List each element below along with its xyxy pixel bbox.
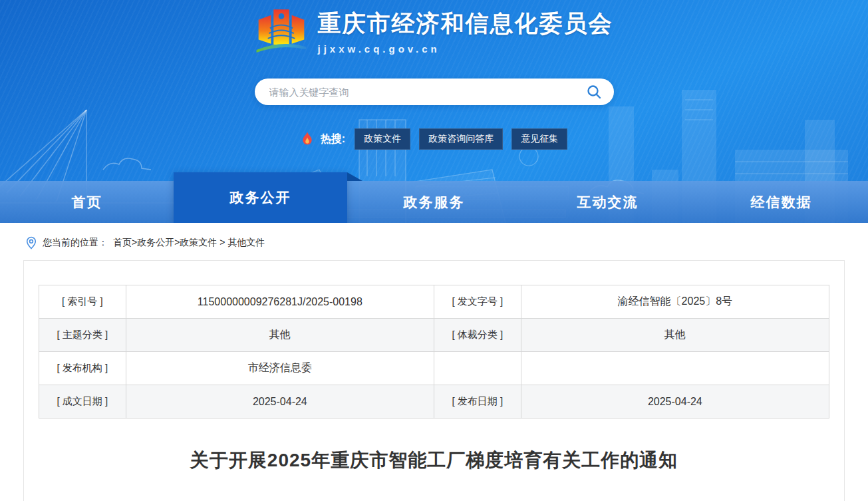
meta-label-index-number: [ 索引号 ]: [39, 285, 126, 319]
breadcrumb: 您当前的位置： 首页>政务公开>政策文件 > 其他文件: [25, 236, 868, 250]
table-row: [ 发布机构 ] 市经济信息委: [39, 352, 829, 385]
table-row: [ 索引号 ] 11500000009276281J/2025-00198 [ …: [39, 285, 829, 319]
nav-tab-interaction[interactable]: 互动交流: [521, 181, 694, 223]
site-url: jjxxw.cq.gov.cn: [318, 43, 613, 55]
search-button[interactable]: [585, 83, 603, 101]
meta-label-genre-category: [ 体裁分类 ]: [434, 319, 521, 352]
meta-label-written-date: [ 成文日期 ]: [39, 385, 126, 418]
table-row: [ 成文日期 ] 2025-04-24 [ 发布日期 ] 2025-04-24: [39, 385, 829, 418]
meta-value-subject-category: 其他: [126, 319, 434, 352]
site-logo-icon: [255, 7, 307, 56]
meta-label-publish-date: [ 发布日期 ]: [434, 385, 521, 418]
document-title: 关于开展2025年重庆市智能工厂梯度培育有关工作的通知: [39, 448, 829, 473]
meta-value-empty: [521, 352, 829, 385]
site-brand[interactable]: 重庆市经济和信息化委员会 jjxxw.cq.gov.cn: [0, 7, 868, 56]
nav-tab-label: 经信数据: [751, 193, 812, 212]
site-banner: 重庆市经济和信息化委员会 jjxxw.cq.gov.cn 热搜: 政策文件 政策…: [0, 0, 868, 223]
search-input[interactable]: [268, 86, 585, 98]
meta-label-empty: [434, 352, 521, 385]
document-meta-table: [ 索引号 ] 11500000009276281J/2025-00198 [ …: [39, 285, 829, 418]
hot-tag-policy-files[interactable]: 政策文件: [355, 128, 410, 150]
meta-label-subject-category: [ 主题分类 ]: [39, 319, 126, 352]
nav-tab-economic-data[interactable]: 经信数据: [694, 181, 868, 223]
hot-tag-opinions[interactable]: 意见征集: [511, 128, 567, 150]
breadcrumb-prefix: 您当前的位置：: [43, 237, 108, 249]
hot-tag-policy-qa[interactable]: 政策咨询问答库: [419, 128, 503, 150]
nav-tab-government-info[interactable]: 政务公开: [174, 172, 347, 223]
meta-value-index-number: 11500000009276281J/2025-00198: [126, 285, 434, 319]
meta-label-issuing-agency: [ 发布机构 ]: [39, 352, 126, 385]
nav-tab-government-services[interactable]: 政务服务: [347, 181, 521, 223]
flame-icon: [301, 131, 314, 147]
site-title: 重庆市经济和信息化委员会: [318, 8, 613, 39]
breadcrumb-path[interactable]: 首页>政务公开>政策文件 > 其他文件: [113, 237, 265, 249]
hot-search-label: 热搜:: [321, 132, 345, 146]
active-tab-fold: [347, 172, 362, 181]
location-pin-icon: [25, 236, 37, 250]
hot-search-row: 热搜: 政策文件 政策咨询问答库 意见征集: [248, 128, 621, 150]
nav-tab-label: 政务公开: [230, 188, 291, 207]
nav-tab-home[interactable]: 首页: [0, 181, 174, 223]
nav-tab-label: 政务服务: [404, 193, 465, 212]
search-icon: [586, 84, 602, 100]
meta-label-doc-number: [ 发文字号 ]: [434, 285, 521, 319]
nav-tab-label: 互动交流: [577, 193, 639, 212]
nav-tab-label: 首页: [72, 193, 102, 212]
main-nav: 首页 政务公开 政务服务 互动交流 经信数据: [0, 181, 868, 223]
meta-value-publish-date: 2025-04-24: [521, 385, 829, 418]
meta-value-doc-number: 渝经信智能〔2025〕8号: [521, 285, 829, 319]
meta-value-genre-category: 其他: [521, 319, 829, 352]
meta-value-issuing-agency: 市经济信息委: [126, 352, 434, 385]
hot-search-tags: 政策文件 政策咨询问答库 意见征集: [355, 128, 567, 150]
meta-value-written-date: 2025-04-24: [126, 385, 434, 418]
table-row: [ 主题分类 ] 其他 [ 体裁分类 ] 其他: [39, 319, 829, 352]
search-bar[interactable]: [255, 79, 614, 105]
document-panel: [ 索引号 ] 11500000009276281J/2025-00198 [ …: [23, 260, 845, 501]
